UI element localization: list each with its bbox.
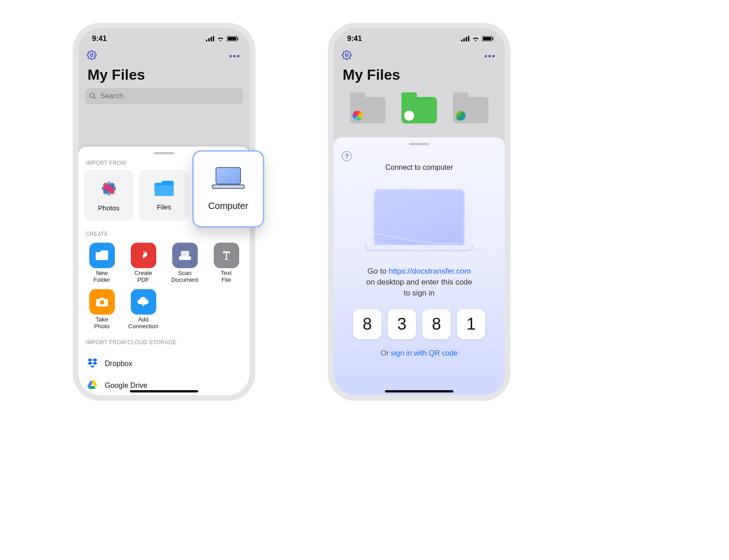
cloud-label: Dropbox [105,360,132,368]
new-folder-icon [89,243,115,268]
import-card-label: Photos [98,204,119,212]
home-indicator[interactable] [130,390,198,392]
svg-line-9 [94,97,96,99]
code-digit: 8 [353,309,381,339]
svg-rect-28 [483,37,491,41]
settings-icon[interactable] [342,50,352,62]
settings-icon[interactable] [87,50,97,62]
svg-point-30 [345,54,348,56]
svg-rect-29 [493,38,493,40]
search-input[interactable]: Search [85,88,243,104]
google-drive-icon [87,380,98,391]
import-files-card[interactable]: Files [139,170,189,221]
status-bar: 9:41 [78,28,250,49]
code-digit: 1 [457,309,485,339]
camera-icon [89,289,115,315]
svg-rect-5 [228,37,236,41]
create-label: Take Photo [94,316,110,330]
qr-signin-link[interactable]: sign in with QR code [391,349,458,357]
wifi-icon [217,36,224,41]
battery-icon [482,36,494,41]
svg-rect-22 [212,185,244,188]
background-wave [334,210,505,265]
create-pdf[interactable]: Create PDF [125,243,161,284]
status-time: 9:41 [347,35,362,43]
connect-title: Connect to computer [342,151,497,172]
wifi-icon [472,36,479,41]
search-icon [89,92,97,100]
home-indicator[interactable] [385,390,453,392]
cellular-icon [461,36,469,41]
files-folder-icon [154,180,175,199]
create-take-photo[interactable]: Take Photo [84,289,120,330]
connect-sheet: ? Connect to computer Go to https://docs… [334,137,505,395]
import-card-label: Computer [208,201,248,211]
photos-icon [99,179,118,199]
svg-rect-3 [213,36,214,41]
svg-rect-24 [463,38,465,41]
dropbox-icon [87,358,98,369]
phone-right: 9:41 [328,23,510,401]
connect-code: 8 3 8 1 [342,298,497,339]
create-label: Add Connection [128,316,159,330]
folders-preview [334,88,505,123]
create-text-file[interactable]: Text File [208,243,244,284]
status-bar: 9:41 [334,28,505,49]
help-icon[interactable]: ? [342,151,352,161]
svg-rect-18 [179,256,191,260]
svg-rect-23 [461,40,462,41]
svg-rect-21 [216,168,241,184]
page-title: My Files [78,62,250,88]
create-label: New Folder [93,270,110,284]
sheet-grabber[interactable] [409,143,429,145]
create-scan-document[interactable]: Scan Document [167,243,203,284]
docstransfer-link[interactable]: https://docstransfer.com [389,267,471,275]
cellular-icon [206,36,214,41]
svg-rect-6 [237,38,238,40]
create-add-connection[interactable]: Add Connection [125,289,161,330]
cloud-section-label: IMPORT FROM CLOUD STORAGE [84,330,244,349]
pdf-icon [131,243,156,268]
sheet-grabber[interactable] [154,152,174,154]
svg-rect-26 [468,36,469,41]
svg-rect-2 [210,37,212,41]
folder-icon[interactable] [453,97,488,123]
alt-prefix: Or [381,349,391,357]
import-computer-card-highlighted[interactable]: Computer [192,150,264,228]
create-label: Create PDF [134,270,152,284]
battery-icon [227,36,239,41]
create-new-folder[interactable]: New Folder [84,243,120,284]
import-photos-card[interactable]: Photos [84,170,133,221]
folder-icon[interactable] [350,97,385,123]
search-placeholder: Search [100,92,123,100]
page-title: My Files [334,62,505,88]
code-digit: 3 [388,309,416,339]
cloud-label: Google Drive [105,382,147,390]
svg-rect-0 [206,40,207,41]
text-icon [214,243,239,268]
cloud-plus-icon [131,289,156,315]
import-card-label: Files [157,203,171,211]
status-time: 9:41 [92,35,107,43]
cloud-dropbox[interactable]: Dropbox [86,353,242,375]
svg-point-20 [100,300,104,305]
create-label: Scan Document [171,270,198,284]
code-digit: 8 [422,309,451,339]
laptop-icon [211,167,245,193]
svg-point-8 [90,93,94,97]
more-icon[interactable]: ••• [229,51,241,61]
folder-icon[interactable] [401,97,437,123]
create-label: Text File [221,270,232,284]
svg-rect-19 [181,251,189,256]
more-icon[interactable]: ••• [484,51,496,61]
svg-rect-1 [208,38,210,41]
svg-point-7 [90,54,93,56]
svg-rect-25 [466,37,467,41]
scanner-icon [172,243,198,268]
